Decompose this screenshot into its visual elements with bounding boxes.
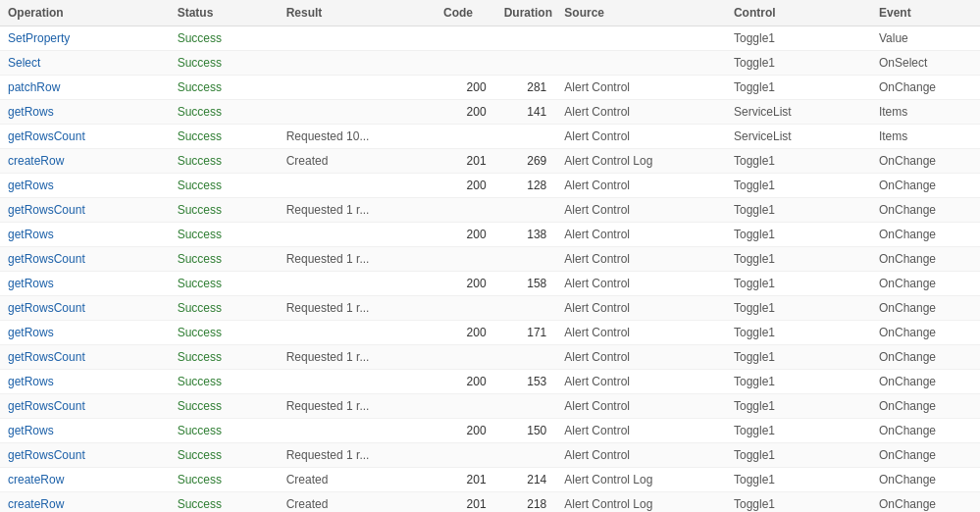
cell-status: Success (170, 419, 279, 443)
table-row[interactable]: SelectSuccessToggle1OnSelect (0, 51, 980, 76)
table-row[interactable]: getRowsCountSuccessRequested 1 r...Alert… (0, 198, 980, 223)
cell-code: 200 (436, 370, 496, 394)
table-row[interactable]: getRowsSuccess200141Alert ControlService… (0, 100, 980, 125)
cell-code (436, 26, 496, 51)
cell-duration: 218 (496, 492, 557, 513)
cell-event: OnChange (871, 345, 980, 370)
table-row[interactable]: getRowsCountSuccessRequested 1 r...Alert… (0, 345, 980, 370)
cell-control: Toggle1 (726, 174, 871, 198)
cell-event: OnChange (871, 174, 980, 198)
cell-operation: getRows (0, 223, 170, 247)
table-row[interactable]: getRowsCountSuccessRequested 1 r...Alert… (0, 443, 980, 468)
cell-result (279, 321, 436, 345)
cell-operation: Select (0, 51, 170, 76)
table-row[interactable]: createRowSuccessCreated201218Alert Contr… (0, 492, 980, 513)
cell-control: Toggle1 (726, 247, 871, 272)
cell-control: Toggle1 (726, 419, 871, 443)
cell-control: Toggle1 (726, 345, 871, 370)
cell-source: Alert Control (556, 296, 726, 321)
cell-source (556, 51, 726, 76)
col-header-code: Code (436, 0, 496, 26)
cell-duration: 269 (496, 149, 557, 174)
cell-event: Items (871, 100, 980, 125)
table-row[interactable]: getRowsSuccess200171Alert ControlToggle1… (0, 321, 980, 345)
table-row[interactable]: getRowsCountSuccessRequested 10...Alert … (0, 125, 980, 149)
cell-duration (496, 296, 557, 321)
table-row[interactable]: SetPropertySuccessToggle1Value (0, 26, 980, 51)
cell-result (279, 370, 436, 394)
cell-operation: getRows (0, 100, 170, 125)
cell-source: Alert Control Log (556, 149, 726, 174)
table-row[interactable]: getRowsSuccess200153Alert ControlToggle1… (0, 370, 980, 394)
cell-event: Value (871, 26, 980, 51)
cell-operation: getRowsCount (0, 345, 170, 370)
cell-event: OnChange (871, 223, 980, 247)
cell-code: 200 (436, 321, 496, 345)
cell-code: 200 (436, 100, 496, 125)
cell-source: Alert Control (556, 443, 726, 468)
cell-source: Alert Control (556, 76, 726, 100)
cell-source: Alert Control (556, 321, 726, 345)
cell-status: Success (170, 321, 279, 345)
table-row[interactable]: getRowsSuccess200138Alert ControlToggle1… (0, 223, 980, 247)
cell-control: Toggle1 (726, 26, 871, 51)
table-row[interactable]: getRowsSuccess200128Alert ControlToggle1… (0, 174, 980, 198)
cell-duration (496, 26, 557, 51)
cell-status: Success (170, 174, 279, 198)
table-row[interactable]: createRowSuccessCreated201214Alert Contr… (0, 468, 980, 492)
cell-event: OnChange (871, 149, 980, 174)
cell-code (436, 443, 496, 468)
cell-duration: 214 (496, 468, 557, 492)
cell-duration: 153 (496, 370, 557, 394)
cell-control: Toggle1 (726, 443, 871, 468)
cell-source: Alert Control Log (556, 468, 726, 492)
cell-control: Toggle1 (726, 272, 871, 296)
cell-source: Alert Control (556, 247, 726, 272)
cell-status: Success (170, 394, 279, 419)
cell-result (279, 100, 436, 125)
cell-control: Toggle1 (726, 370, 871, 394)
col-header-duration: Duration (496, 0, 557, 26)
cell-operation: getRowsCount (0, 247, 170, 272)
cell-event: OnChange (871, 468, 980, 492)
cell-status: Success (170, 149, 279, 174)
cell-source: Alert Control (556, 100, 726, 125)
cell-code (436, 247, 496, 272)
cell-operation: SetProperty (0, 26, 170, 51)
cell-control: Toggle1 (726, 149, 871, 174)
table-row[interactable]: getRowsCountSuccessRequested 1 r...Alert… (0, 247, 980, 272)
cell-result: Requested 10... (279, 125, 436, 149)
table-row[interactable]: createRowSuccessCreated201269Alert Contr… (0, 149, 980, 174)
table-row[interactable]: getRowsSuccess200150Alert ControlToggle1… (0, 419, 980, 443)
cell-result: Created (279, 492, 436, 513)
cell-source: Alert Control (556, 198, 726, 223)
cell-result: Created (279, 149, 436, 174)
cell-result: Requested 1 r... (279, 247, 436, 272)
cell-control: ServiceList (726, 100, 871, 125)
cell-status: Success (170, 247, 279, 272)
col-header-result: Result (279, 0, 436, 26)
table-row[interactable]: patchRowSuccess200281Alert ControlToggle… (0, 76, 980, 100)
table-row[interactable]: getRowsCountSuccessRequested 1 r...Alert… (0, 296, 980, 321)
table-row[interactable]: getRowsSuccess200158Alert ControlToggle1… (0, 272, 980, 296)
cell-operation: getRowsCount (0, 443, 170, 468)
cell-code (436, 394, 496, 419)
cell-code: 201 (436, 492, 496, 513)
cell-status: Success (170, 198, 279, 223)
cell-operation: createRow (0, 149, 170, 174)
cell-source: Alert Control (556, 419, 726, 443)
cell-result: Requested 1 r... (279, 296, 436, 321)
table-row[interactable]: getRowsCountSuccessRequested 1 r...Alert… (0, 394, 980, 419)
cell-event: OnChange (871, 443, 980, 468)
cell-control: Toggle1 (726, 223, 871, 247)
cell-code: 200 (436, 174, 496, 198)
cell-control: Toggle1 (726, 492, 871, 513)
cell-code: 201 (436, 149, 496, 174)
cell-result: Requested 1 r... (279, 198, 436, 223)
cell-code: 200 (436, 76, 496, 100)
cell-control: ServiceList (726, 125, 871, 149)
cell-status: Success (170, 100, 279, 125)
cell-result: Requested 1 r... (279, 443, 436, 468)
cell-result: Requested 1 r... (279, 345, 436, 370)
cell-control: Toggle1 (726, 394, 871, 419)
